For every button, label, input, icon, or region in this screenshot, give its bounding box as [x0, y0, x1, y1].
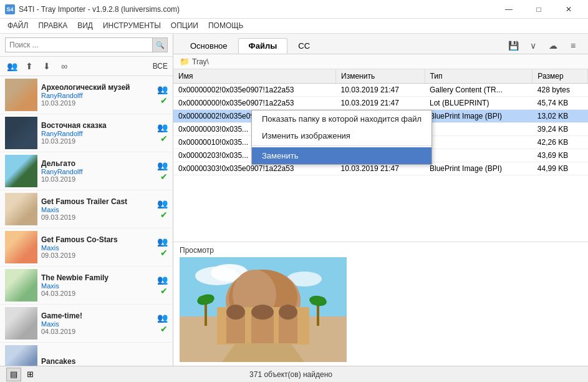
menu-options[interactable]: ОПЦИИ	[166, 20, 203, 32]
ctx-replace[interactable]: Заменить	[252, 147, 431, 164]
cell-size: 42,26 KB	[533, 136, 588, 149]
item-icons: 👥 ✔	[157, 275, 168, 296]
all-label[interactable]: ВСЕ	[153, 62, 168, 71]
menu-file[interactable]: ФАЙЛ	[2, 20, 33, 32]
list-item[interactable]: Get Famous Co-Stars Maxis 09.03.2019 👥 ✔	[0, 228, 173, 267]
item-info: Восточная сказка RanyRandolff 10.03.2019	[41, 121, 153, 145]
list-item[interactable]: Археологический музей RanyRandolff 10.03…	[0, 76, 173, 114]
item-title: Восточная сказка	[41, 121, 153, 130]
people-icon: 👥	[157, 122, 168, 132]
cell-size: 43,69 KB	[533, 149, 588, 162]
search-button[interactable]: 🔍	[153, 37, 168, 52]
maximize-button[interactable]: □	[524, 0, 553, 19]
item-thumbnail	[5, 345, 37, 366]
app-icon: S4	[5, 4, 15, 14]
item-info: Археологический музей RanyRandolff 10.03…	[41, 83, 153, 107]
items-list: Археологический музей RanyRandolff 10.03…	[0, 76, 173, 366]
item-icons: 👥 ✔	[157, 160, 168, 182]
list-view-button[interactable]: ▤	[6, 368, 21, 381]
col-modified[interactable]: Изменить	[336, 69, 425, 84]
minimize-button[interactable]: —	[494, 0, 523, 19]
cell-type: Lot (BLUEPRINT)	[425, 97, 533, 110]
svg-point-14	[279, 305, 297, 320]
list-item[interactable]: The Newbie Family Maxis 04.03.2019 👥 ✔	[0, 267, 173, 305]
list-item[interactable]: Get Famous Trailer Cast Maxis 09.03.2019…	[0, 190, 173, 228]
people-icon: 👥	[157, 160, 168, 170]
item-thumbnail	[5, 269, 37, 301]
tab-actions: 💾 ∨ ☁ ≡	[504, 37, 582, 54]
item-title: Get Famous Trailer Cast	[41, 197, 153, 206]
menu-button[interactable]: ≡	[564, 37, 582, 54]
download-icon[interactable]: ⬇	[40, 59, 54, 73]
item-date: 10.03.2019	[41, 137, 153, 145]
item-thumbnail	[5, 155, 37, 187]
ctx-edit-image[interactable]: Изменить изображения	[252, 127, 431, 144]
group-icon[interactable]: 👥	[5, 59, 19, 73]
people-icon: 👥	[157, 84, 168, 94]
upload-icon[interactable]: ⬆	[22, 59, 36, 73]
item-title: Game-time!	[41, 311, 153, 320]
cell-modified: 10.03.2019 21:47	[336, 84, 425, 97]
menu-edit[interactable]: ПРАВКА	[33, 20, 72, 32]
infinity-icon[interactable]: ∞	[57, 59, 71, 73]
folder-icon: 📁	[180, 57, 190, 66]
menu-help[interactable]: ПОМОЩЬ	[203, 20, 248, 32]
ctx-separator	[252, 145, 431, 146]
people-icon: 👥	[157, 275, 168, 285]
check-icon: ✔	[160, 286, 168, 296]
item-thumbnail	[5, 193, 37, 225]
people-icon: 👥	[157, 198, 168, 208]
search-bar: 🔍	[0, 34, 173, 57]
cloud-button[interactable]: ☁	[544, 37, 562, 54]
cell-type	[425, 123, 533, 136]
item-title: Дельгато	[41, 159, 153, 168]
item-info: Game-time! Maxis 04.03.2019	[41, 311, 153, 335]
tab-main[interactable]: Основное	[180, 38, 238, 54]
list-item[interactable]: Game-time! Maxis 04.03.2019 👥 ✔	[0, 305, 173, 343]
files-table-wrap[interactable]: Имя Изменить Тип Размер 0x00000002!0x035…	[173, 69, 588, 242]
item-icons: 👥 ✔	[157, 198, 168, 220]
item-icons: 👥 ✔	[157, 84, 168, 105]
cell-size: 13,02 KB	[533, 110, 588, 123]
check-icon: ✔	[160, 210, 168, 220]
right-panel: Основное Файлы CC 💾 ∨ ☁ ≡ 📁 Tray\ Имя	[173, 34, 588, 366]
item-icons: 👥 ✔	[157, 237, 168, 258]
item-date: 09.03.2019	[41, 252, 153, 259]
col-name[interactable]: Имя	[173, 69, 336, 84]
item-date: 09.03.2019	[41, 213, 153, 221]
ctx-show-folder[interactable]: Показать папку в которой находится файл	[252, 110, 431, 127]
cell-size: 45,74 KB	[533, 97, 588, 110]
menu-tools[interactable]: ИНСТРУМЕНТЫ	[98, 20, 166, 32]
col-size[interactable]: Размер	[533, 69, 588, 84]
menu-view[interactable]: ВИД	[72, 20, 98, 32]
table-row[interactable]: 0x00000000!0x035e0907!1a22a53 10.03.2019…	[173, 97, 588, 110]
item-date: 04.03.2019	[41, 290, 153, 297]
item-thumbnail	[5, 231, 37, 263]
menu-bar: ФАЙЛ ПРАВКА ВИД ИНСТРУМЕНТЫ ОПЦИИ ПОМОЩЬ	[0, 19, 588, 34]
folder-path: Tray\	[192, 57, 209, 66]
item-icons: 👥 ✔	[157, 122, 168, 144]
item-author: Maxis	[41, 206, 153, 213]
close-button[interactable]: ✕	[554, 0, 583, 19]
item-info: Pancakes	[41, 357, 164, 366]
table-row[interactable]: 0x00000002!0x035e0907!1a22a53 10.03.2019…	[173, 84, 588, 97]
col-type[interactable]: Тип	[425, 69, 533, 84]
search-input[interactable]	[5, 37, 153, 52]
status-text: 371 объект(ов) найдено	[249, 370, 332, 379]
tab-cc[interactable]: CC	[287, 38, 321, 54]
item-author: Maxis	[41, 282, 153, 290]
dropdown-button[interactable]: ∨	[524, 37, 542, 54]
main-layout: 🔍 👥 ⬆ ⬇ ∞ ВСЕ Археологический музей Rany…	[0, 34, 588, 366]
list-item[interactable]: Дельгато RanyRandolff 10.03.2019 👥 ✔	[0, 152, 173, 190]
cell-type: BluePrint Image (BPI)	[425, 162, 533, 175]
item-thumbnail	[5, 307, 37, 340]
tab-files[interactable]: Файлы	[238, 38, 288, 54]
item-date: 10.03.2019	[41, 175, 153, 183]
list-item[interactable]: Восточная сказка RanyRandolff 10.03.2019…	[0, 114, 173, 152]
item-author: RanyRandolff	[41, 92, 153, 99]
item-info: Get Famous Trailer Cast Maxis 09.03.2019	[41, 197, 153, 221]
list-item[interactable]: Pancakes	[0, 343, 173, 366]
save-button[interactable]: 💾	[504, 37, 522, 54]
grid-view-button[interactable]: ⊞	[22, 368, 37, 381]
people-icon: 👥	[157, 237, 168, 247]
